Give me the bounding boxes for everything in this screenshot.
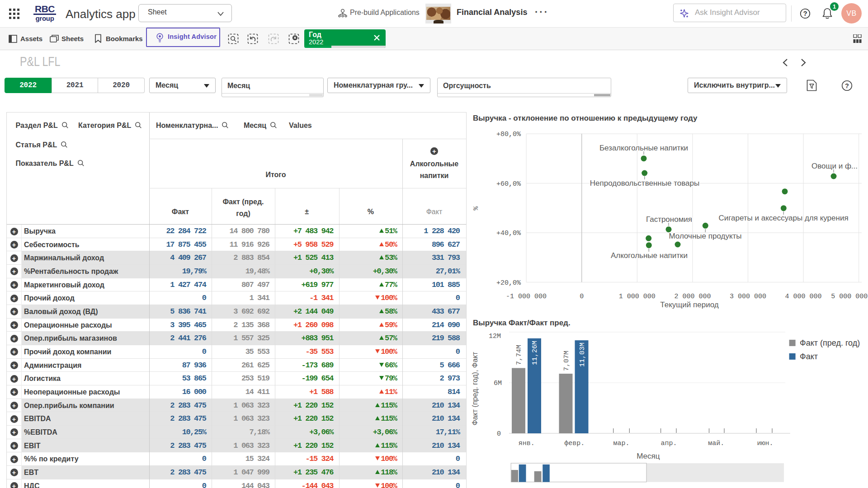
svg-text:Факт (пред. год), Факт: Факт (пред. год), Факт xyxy=(471,352,479,426)
svg-text:1 000 000: 1 000 000 xyxy=(619,293,656,300)
svg-text:Факт (пред. год): Факт (пред. год) xyxy=(800,338,860,347)
svg-text:3 000 000: 3 000 000 xyxy=(730,293,766,300)
svg-text:+60,0%: +60,0% xyxy=(496,180,521,188)
svg-text:0: 0 xyxy=(497,430,501,438)
svg-text:4 000 000: 4 000 000 xyxy=(785,293,822,300)
svg-text:июн.: июн. xyxy=(757,440,773,447)
svg-text:+40,0%: +40,0% xyxy=(496,230,521,237)
svg-text:2 000 000: 2 000 000 xyxy=(674,293,711,300)
svg-text:Месяц: Месяц xyxy=(637,452,660,460)
svg-text:янв.: янв. xyxy=(519,440,535,447)
svg-text:Алкогольные напитки: Алкогольные напитки xyxy=(611,251,688,260)
svg-text:%: % xyxy=(472,206,480,211)
svg-text:6M: 6M xyxy=(494,380,502,387)
svg-text:Овощи и ф...: Овощи и ф... xyxy=(811,162,858,170)
svg-text:11,03M: 11,03M xyxy=(579,343,586,367)
svg-text:7,07M: 7,07M xyxy=(563,351,571,371)
svg-text:февр.: февр. xyxy=(564,440,585,447)
svg-text:май.: май. xyxy=(708,440,724,447)
svg-text:апр.: апр. xyxy=(660,440,677,447)
svg-text:Факт: Факт xyxy=(800,352,818,361)
svg-text:0: 0 xyxy=(580,293,584,300)
svg-text:Молочные продукты: Молочные продукты xyxy=(669,232,741,240)
svg-text:?: ? xyxy=(803,9,807,17)
svg-text:Сигареты и аксессуары для куре: Сигареты и аксессуары для курения xyxy=(718,214,848,222)
svg-text:12M: 12M xyxy=(489,333,501,340)
svg-text:Безалкогольные напитки: Безалкогольные напитки xyxy=(599,144,688,152)
svg-text:мар.: мар. xyxy=(613,440,629,447)
svg-text:?: ? xyxy=(845,82,849,89)
svg-text:7,74M: 7,74M xyxy=(515,345,523,365)
svg-text:11,26M: 11,26M xyxy=(531,341,539,365)
svg-text:5 000 000: 5 000 000 xyxy=(831,293,868,300)
svg-text:Гастрономия: Гастрономия xyxy=(646,215,692,224)
svg-text:+20,0%: +20,0% xyxy=(496,279,521,287)
svg-text:+80,0%: +80,0% xyxy=(496,131,521,138)
svg-text:Текущий период: Текущий период xyxy=(660,300,718,309)
svg-text:-1 000 000: -1 000 000 xyxy=(506,293,547,300)
svg-text:Непродовольственные товары: Непродовольственные товары xyxy=(590,179,699,188)
